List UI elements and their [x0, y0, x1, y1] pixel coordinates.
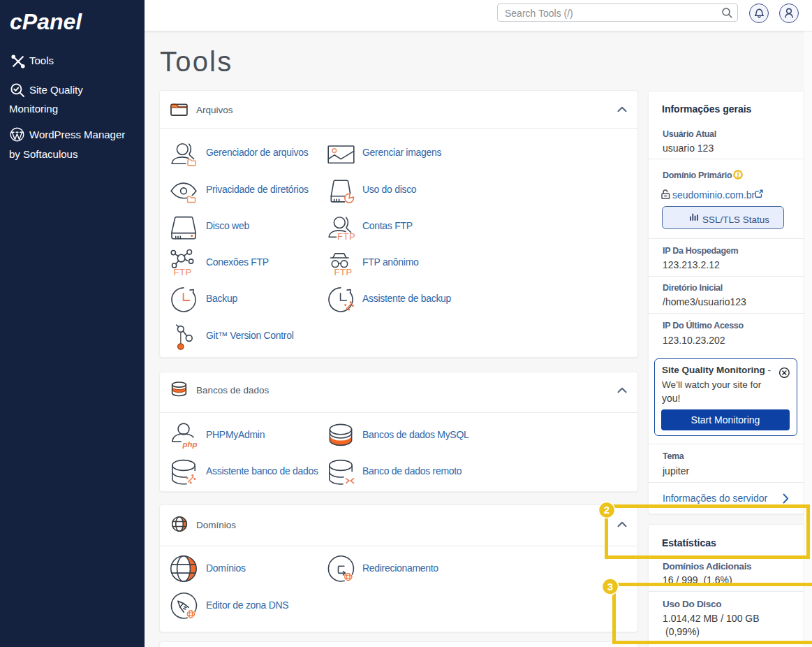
svg-text:3: 3: [607, 581, 613, 593]
svg-text:2: 2: [604, 504, 610, 516]
